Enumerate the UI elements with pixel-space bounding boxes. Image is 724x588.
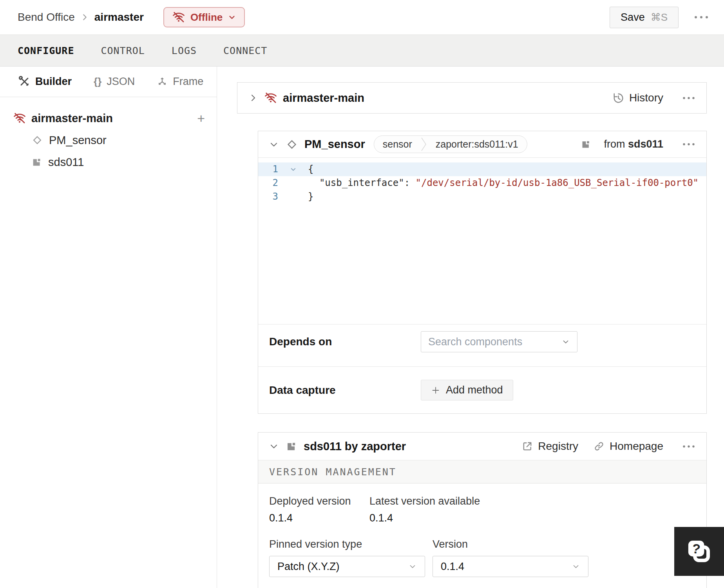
topbar-overflow-menu-button[interactable] <box>693 15 709 19</box>
component-card: PM_sensor sensor zaporter:sds011:v1 from… <box>258 131 707 414</box>
chevron-down-icon <box>572 562 580 571</box>
config-main-panel: airmaster-main History PM <box>217 67 724 588</box>
component-menu-button[interactable] <box>682 142 695 146</box>
breadcrumb-chevron-icon <box>80 13 89 22</box>
pinned-version-type-value: Patch (X.Y.Z) <box>277 561 340 573</box>
app-window: Bend Office airmaster Offline Save ⌘S <box>0 0 724 588</box>
version-select[interactable]: 0.1.4 <box>433 556 588 577</box>
view-toggle-json[interactable]: {} JSON <box>94 76 135 88</box>
machine-part-card: airmaster-main History <box>237 82 707 114</box>
ellipsis-icon <box>693 15 709 19</box>
homepage-link-label: Homepage <box>610 440 663 453</box>
builder-tools-icon <box>19 76 30 87</box>
from-module-name: sds011 <box>628 138 663 150</box>
tree-item-machine-part-label: airmaster-main <box>31 112 113 125</box>
top-bar: Bend Office airmaster Offline Save ⌘S <box>0 0 724 34</box>
tab-control[interactable]: CONTROL <box>101 45 145 56</box>
homepage-link[interactable]: Homepage <box>593 440 663 453</box>
add-component-button[interactable]: + <box>197 112 205 124</box>
version-group: Version 0.1.4 <box>433 538 588 577</box>
code-json-key: "usb_interface" <box>319 177 404 188</box>
pinned-version-type-label: Pinned version type <box>269 538 425 550</box>
tab-configure[interactable]: CONFIGURE <box>18 45 74 56</box>
module-card-header: sds011 by zaporter Registry Homepage <box>258 433 706 460</box>
deployed-version-value: 0.1.4 <box>269 512 369 524</box>
component-card-header: PM_sensor sensor zaporter:sds011:v1 from… <box>258 131 706 158</box>
machine-status-dropdown[interactable]: Offline <box>163 7 245 27</box>
line-number: 2 <box>258 176 278 190</box>
attributes-json-editor[interactable]: 1 { 2 "usb_interface": "/dev/serial/by-i… <box>258 158 706 325</box>
tree-item-component[interactable]: PM_sensor <box>0 129 217 151</box>
add-method-button-label: Add method <box>446 384 503 396</box>
wifi-off-icon <box>264 91 277 105</box>
chevron-right-icon[interactable] <box>248 93 258 103</box>
machine-part-title: airmaster-main <box>283 92 364 105</box>
code-text: "usb_interface": "/dev/serial/by-id/usb-… <box>308 176 699 190</box>
wifi-off-icon <box>172 11 185 24</box>
view-toggle-json-label: JSON <box>107 76 135 88</box>
component-type-tag: sensor <box>374 136 421 153</box>
code-gutter-spacer <box>278 176 308 190</box>
component-diamond-icon <box>31 134 43 146</box>
code-line-3[interactable]: 3 } <box>258 190 706 204</box>
data-capture-row: Data capture Add method <box>258 366 706 413</box>
deployed-version-label: Deployed version <box>269 495 369 507</box>
registry-link[interactable]: Registry <box>521 440 578 453</box>
module-card: sds011 by zaporter Registry Homepage <box>258 432 707 588</box>
add-method-button[interactable]: Add method <box>421 380 513 400</box>
code-fold-toggle[interactable] <box>278 162 308 176</box>
history-button-label: History <box>629 92 663 104</box>
view-toggle-frame[interactable]: Frame <box>157 76 203 88</box>
version-label: Version <box>433 538 588 550</box>
code-text: { <box>308 162 313 176</box>
view-toggle-builder[interactable]: Builder <box>19 76 72 88</box>
version-management-section-header: VERSION MANAGEMENT <box>258 460 706 483</box>
fold-chevron-icon <box>290 166 297 173</box>
wifi-off-icon <box>13 112 26 125</box>
latest-version-value: 0.1.4 <box>369 512 480 524</box>
latest-version-label: Latest version available <box>369 495 480 507</box>
save-button[interactable]: Save ⌘S <box>610 7 679 28</box>
chevron-down-icon[interactable] <box>269 140 279 149</box>
ellipsis-icon <box>682 142 695 146</box>
code-colon: : <box>404 177 416 188</box>
code-line-2[interactable]: 2 "usb_interface": "/dev/serial/by-id/us… <box>258 176 706 190</box>
tree-item-module[interactable]: sds011 <box>0 151 217 173</box>
code-gutter-spacer <box>278 190 308 204</box>
pinned-version-type-select[interactable]: Patch (X.Y.Z) <box>269 556 425 577</box>
ellipsis-icon <box>682 445 695 448</box>
code-line-1[interactable]: 1 { <box>258 162 706 176</box>
depends-on-placeholder: Search components <box>428 336 522 348</box>
machine-part-menu-button[interactable] <box>682 96 695 100</box>
pill-divider-icon <box>421 136 427 153</box>
config-view-switcher: Builder {} JSON Frame <box>0 67 217 97</box>
depends-on-select[interactable]: Search components <box>421 331 577 352</box>
json-braces-icon: {} <box>94 76 101 88</box>
latest-version-group: Latest version available 0.1.4 <box>369 495 480 524</box>
component-diamond-icon <box>286 138 298 151</box>
chevron-down-icon <box>561 337 570 346</box>
component-title: PM_sensor <box>304 138 365 151</box>
tab-connect[interactable]: CONNECT <box>223 45 267 56</box>
from-module-link[interactable]: from sds011 <box>604 138 663 150</box>
tree-item-component-label: PM_sensor <box>49 134 107 147</box>
tab-logs[interactable]: LOGS <box>172 45 197 56</box>
component-model-tag: zaporter:sds011:v1 <box>427 136 527 153</box>
help-button[interactable]: ? <box>674 527 724 576</box>
save-shortcut-hint: ⌘S <box>651 11 668 23</box>
chevron-down-icon[interactable] <box>269 442 279 451</box>
registry-link-label: Registry <box>538 440 578 453</box>
version-management-body: Deployed version 0.1.4 Latest version av… <box>258 483 706 588</box>
chevron-down-icon <box>228 13 236 22</box>
history-button[interactable]: History <box>612 92 663 104</box>
line-number: 1 <box>258 162 278 176</box>
module-menu-button[interactable] <box>682 445 695 448</box>
depends-on-row: Depends on Search components <box>258 325 706 366</box>
view-toggle-frame-label: Frame <box>173 76 203 88</box>
save-button-label: Save <box>621 11 645 23</box>
tree-item-machine-part[interactable]: airmaster-main + <box>0 107 217 129</box>
frame-axes-icon <box>157 76 168 87</box>
code-indent <box>308 177 319 188</box>
breadcrumb-organization[interactable]: Bend Office <box>18 11 75 23</box>
line-number: 3 <box>258 190 278 204</box>
